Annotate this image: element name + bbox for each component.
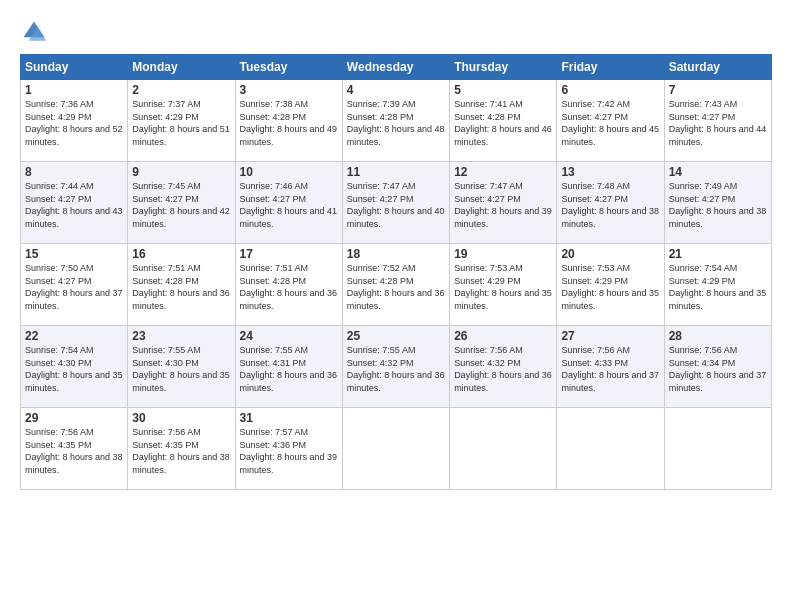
calendar-cell <box>450 408 557 490</box>
calendar-cell: 27Sunrise: 7:56 AMSunset: 4:33 PMDayligh… <box>557 326 664 408</box>
calendar-cell: 8Sunrise: 7:44 AMSunset: 4:27 PMDaylight… <box>21 162 128 244</box>
day-number: 27 <box>561 329 659 343</box>
calendar-cell: 14Sunrise: 7:49 AMSunset: 4:27 PMDayligh… <box>664 162 771 244</box>
day-number: 19 <box>454 247 552 261</box>
day-info: Sunrise: 7:51 AMSunset: 4:28 PMDaylight:… <box>132 262 230 312</box>
calendar-cell: 28Sunrise: 7:56 AMSunset: 4:34 PMDayligh… <box>664 326 771 408</box>
day-number: 16 <box>132 247 230 261</box>
weekday-header-thursday: Thursday <box>450 55 557 80</box>
day-number: 9 <box>132 165 230 179</box>
weekday-header-saturday: Saturday <box>664 55 771 80</box>
day-info: Sunrise: 7:55 AMSunset: 4:31 PMDaylight:… <box>240 344 338 394</box>
calendar-cell: 7Sunrise: 7:43 AMSunset: 4:27 PMDaylight… <box>664 80 771 162</box>
day-number: 14 <box>669 165 767 179</box>
day-info: Sunrise: 7:53 AMSunset: 4:29 PMDaylight:… <box>454 262 552 312</box>
day-number: 20 <box>561 247 659 261</box>
day-number: 28 <box>669 329 767 343</box>
calendar-cell: 24Sunrise: 7:55 AMSunset: 4:31 PMDayligh… <box>235 326 342 408</box>
calendar-cell: 1Sunrise: 7:36 AMSunset: 4:29 PMDaylight… <box>21 80 128 162</box>
day-number: 6 <box>561 83 659 97</box>
day-number: 29 <box>25 411 123 425</box>
weekday-header-monday: Monday <box>128 55 235 80</box>
day-info: Sunrise: 7:56 AMSunset: 4:35 PMDaylight:… <box>25 426 123 476</box>
day-info: Sunrise: 7:56 AMSunset: 4:35 PMDaylight:… <box>132 426 230 476</box>
day-number: 11 <box>347 165 445 179</box>
calendar-cell: 13Sunrise: 7:48 AMSunset: 4:27 PMDayligh… <box>557 162 664 244</box>
header <box>20 18 772 46</box>
calendar-cell: 22Sunrise: 7:54 AMSunset: 4:30 PMDayligh… <box>21 326 128 408</box>
day-info: Sunrise: 7:48 AMSunset: 4:27 PMDaylight:… <box>561 180 659 230</box>
day-info: Sunrise: 7:42 AMSunset: 4:27 PMDaylight:… <box>561 98 659 148</box>
calendar-cell: 4Sunrise: 7:39 AMSunset: 4:28 PMDaylight… <box>342 80 449 162</box>
weekday-header-row: SundayMondayTuesdayWednesdayThursdayFrid… <box>21 55 772 80</box>
calendar-cell: 6Sunrise: 7:42 AMSunset: 4:27 PMDaylight… <box>557 80 664 162</box>
day-info: Sunrise: 7:39 AMSunset: 4:28 PMDaylight:… <box>347 98 445 148</box>
day-number: 5 <box>454 83 552 97</box>
weekday-header-wednesday: Wednesday <box>342 55 449 80</box>
day-info: Sunrise: 7:38 AMSunset: 4:28 PMDaylight:… <box>240 98 338 148</box>
day-info: Sunrise: 7:36 AMSunset: 4:29 PMDaylight:… <box>25 98 123 148</box>
day-number: 18 <box>347 247 445 261</box>
day-info: Sunrise: 7:55 AMSunset: 4:30 PMDaylight:… <box>132 344 230 394</box>
day-number: 7 <box>669 83 767 97</box>
day-info: Sunrise: 7:55 AMSunset: 4:32 PMDaylight:… <box>347 344 445 394</box>
day-info: Sunrise: 7:45 AMSunset: 4:27 PMDaylight:… <box>132 180 230 230</box>
day-number: 3 <box>240 83 338 97</box>
calendar-cell: 16Sunrise: 7:51 AMSunset: 4:28 PMDayligh… <box>128 244 235 326</box>
week-row-3: 15Sunrise: 7:50 AMSunset: 4:27 PMDayligh… <box>21 244 772 326</box>
calendar-cell: 19Sunrise: 7:53 AMSunset: 4:29 PMDayligh… <box>450 244 557 326</box>
day-number: 25 <box>347 329 445 343</box>
calendar-cell <box>557 408 664 490</box>
weekday-header-tuesday: Tuesday <box>235 55 342 80</box>
calendar-cell: 9Sunrise: 7:45 AMSunset: 4:27 PMDaylight… <box>128 162 235 244</box>
day-number: 1 <box>25 83 123 97</box>
calendar-cell: 25Sunrise: 7:55 AMSunset: 4:32 PMDayligh… <box>342 326 449 408</box>
calendar-cell: 10Sunrise: 7:46 AMSunset: 4:27 PMDayligh… <box>235 162 342 244</box>
day-info: Sunrise: 7:54 AMSunset: 4:30 PMDaylight:… <box>25 344 123 394</box>
day-info: Sunrise: 7:44 AMSunset: 4:27 PMDaylight:… <box>25 180 123 230</box>
day-number: 30 <box>132 411 230 425</box>
weekday-header-friday: Friday <box>557 55 664 80</box>
logo-icon <box>20 18 48 46</box>
day-number: 26 <box>454 329 552 343</box>
day-info: Sunrise: 7:56 AMSunset: 4:33 PMDaylight:… <box>561 344 659 394</box>
day-number: 15 <box>25 247 123 261</box>
week-row-4: 22Sunrise: 7:54 AMSunset: 4:30 PMDayligh… <box>21 326 772 408</box>
calendar-cell: 31Sunrise: 7:57 AMSunset: 4:36 PMDayligh… <box>235 408 342 490</box>
calendar-cell: 3Sunrise: 7:38 AMSunset: 4:28 PMDaylight… <box>235 80 342 162</box>
weekday-header-sunday: Sunday <box>21 55 128 80</box>
day-number: 31 <box>240 411 338 425</box>
calendar-cell: 21Sunrise: 7:54 AMSunset: 4:29 PMDayligh… <box>664 244 771 326</box>
calendar-cell: 2Sunrise: 7:37 AMSunset: 4:29 PMDaylight… <box>128 80 235 162</box>
day-info: Sunrise: 7:57 AMSunset: 4:36 PMDaylight:… <box>240 426 338 476</box>
calendar-cell: 15Sunrise: 7:50 AMSunset: 4:27 PMDayligh… <box>21 244 128 326</box>
day-number: 22 <box>25 329 123 343</box>
calendar-cell: 23Sunrise: 7:55 AMSunset: 4:30 PMDayligh… <box>128 326 235 408</box>
calendar-cell: 5Sunrise: 7:41 AMSunset: 4:28 PMDaylight… <box>450 80 557 162</box>
day-info: Sunrise: 7:53 AMSunset: 4:29 PMDaylight:… <box>561 262 659 312</box>
calendar-cell: 18Sunrise: 7:52 AMSunset: 4:28 PMDayligh… <box>342 244 449 326</box>
day-info: Sunrise: 7:56 AMSunset: 4:34 PMDaylight:… <box>669 344 767 394</box>
day-info: Sunrise: 7:56 AMSunset: 4:32 PMDaylight:… <box>454 344 552 394</box>
day-info: Sunrise: 7:37 AMSunset: 4:29 PMDaylight:… <box>132 98 230 148</box>
day-number: 21 <box>669 247 767 261</box>
day-info: Sunrise: 7:46 AMSunset: 4:27 PMDaylight:… <box>240 180 338 230</box>
calendar-cell <box>664 408 771 490</box>
day-number: 24 <box>240 329 338 343</box>
day-info: Sunrise: 7:47 AMSunset: 4:27 PMDaylight:… <box>347 180 445 230</box>
calendar-cell: 26Sunrise: 7:56 AMSunset: 4:32 PMDayligh… <box>450 326 557 408</box>
day-info: Sunrise: 7:50 AMSunset: 4:27 PMDaylight:… <box>25 262 123 312</box>
day-info: Sunrise: 7:52 AMSunset: 4:28 PMDaylight:… <box>347 262 445 312</box>
day-number: 17 <box>240 247 338 261</box>
calendar-table: SundayMondayTuesdayWednesdayThursdayFrid… <box>20 54 772 490</box>
week-row-1: 1Sunrise: 7:36 AMSunset: 4:29 PMDaylight… <box>21 80 772 162</box>
day-number: 2 <box>132 83 230 97</box>
day-number: 23 <box>132 329 230 343</box>
calendar-cell: 20Sunrise: 7:53 AMSunset: 4:29 PMDayligh… <box>557 244 664 326</box>
day-number: 4 <box>347 83 445 97</box>
day-info: Sunrise: 7:49 AMSunset: 4:27 PMDaylight:… <box>669 180 767 230</box>
calendar-cell: 30Sunrise: 7:56 AMSunset: 4:35 PMDayligh… <box>128 408 235 490</box>
day-number: 10 <box>240 165 338 179</box>
calendar-page: SundayMondayTuesdayWednesdayThursdayFrid… <box>0 0 792 612</box>
day-info: Sunrise: 7:54 AMSunset: 4:29 PMDaylight:… <box>669 262 767 312</box>
